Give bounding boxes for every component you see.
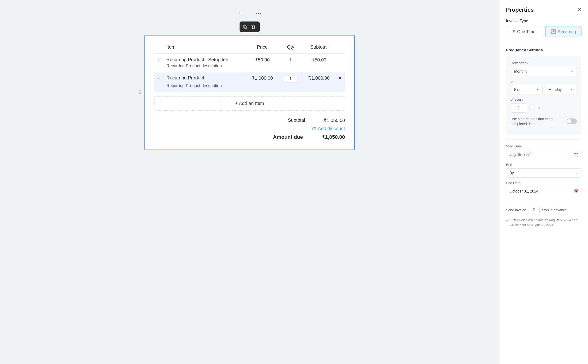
dollar-icon: $ xyxy=(513,29,515,34)
frequency-section-title: Frequency Settings xyxy=(506,48,581,52)
properties-panel: Properties ✕ Invoice Type $ One Time 🔄 R… xyxy=(499,0,588,364)
item-name: Recurring Product xyxy=(163,72,246,84)
toggle-row: Use start date as document completed dat… xyxy=(511,116,577,126)
subtotal-value: ₹1,050.00 xyxy=(324,117,345,123)
item-qty[interactable]: 1 xyxy=(279,54,303,64)
subtotal-label: Subtotal xyxy=(288,117,305,123)
recurring-icon: 🔄 xyxy=(551,29,556,34)
toggle-label: Use start date as document completed dat… xyxy=(511,116,567,126)
add-discount-label: Add discount xyxy=(318,126,345,131)
of-every-row: month xyxy=(511,103,577,113)
send-invoice-label: Send invoice xyxy=(506,208,526,212)
item-price: ₹1,000.00 xyxy=(246,72,279,84)
item-remove xyxy=(335,54,345,64)
info-dot-icon: ● xyxy=(506,218,508,223)
table-row[interactable]: ✓ Recurring Product ₹1,000.00 ₹1,000.00 … xyxy=(154,72,345,84)
item-description: Recurring Product description xyxy=(163,83,335,91)
end-select[interactable]: By After Never xyxy=(506,169,581,178)
of-every-label: of every xyxy=(511,98,577,101)
calendar-icon: 📅 xyxy=(574,153,579,157)
add-block-icon[interactable]: + xyxy=(238,9,242,17)
recurring-button[interactable]: 🔄 Recurring xyxy=(545,26,582,37)
items-table: Item Price Qty Subtotal ✓ Recurring Prod… xyxy=(154,43,345,91)
item-check[interactable]: ✓ xyxy=(154,72,163,84)
end-label: End xyxy=(506,162,581,167)
how-often-label: How often? xyxy=(511,61,577,65)
end-date-label: End Date xyxy=(506,181,581,185)
of-every-input[interactable] xyxy=(511,103,527,113)
drag-handle[interactable]: ⠿ xyxy=(138,90,142,95)
amount-due-row: Amount due ₹1,050.00 xyxy=(273,134,345,140)
item-description: Recurring Product description xyxy=(163,64,335,72)
add-item-button[interactable]: + Add an Item xyxy=(154,96,345,110)
table-header-row: Item Price Qty Subtotal xyxy=(154,43,345,54)
item-qty[interactable] xyxy=(279,72,303,84)
frequency-box: How often? Monthly Weekly Daily Yearly o… xyxy=(506,56,581,135)
invoice-block: ⠿ Item Price Qty Subtotal ✓ Recurring Pr… xyxy=(144,35,355,150)
of-every-unit: month xyxy=(529,106,540,110)
more-options-icon[interactable]: ··· xyxy=(256,9,261,17)
amount-due-label: Amount due xyxy=(273,134,303,140)
item-price: ₹50.00 xyxy=(246,54,279,64)
add-discount-button[interactable]: 🏷 Add discount xyxy=(312,126,345,131)
action-col-header xyxy=(335,43,345,54)
end-date-wrap: 📅 xyxy=(506,187,581,196)
recurring-label: Recurring xyxy=(558,29,576,34)
remove-item-button[interactable]: ✕ xyxy=(335,72,345,84)
price-col-header: Price xyxy=(246,43,279,54)
one-time-label: One Time xyxy=(517,29,536,34)
qty-col-header: Qty xyxy=(279,43,303,54)
separator-3 xyxy=(506,201,581,201)
close-panel-button[interactable]: ✕ xyxy=(577,7,581,13)
qty-input[interactable] xyxy=(284,75,298,83)
check-col-header xyxy=(154,43,163,54)
first-select[interactable]: First Second Third Fourth Last xyxy=(511,85,543,94)
item-subtotal: ₹1,000.00 xyxy=(303,72,335,84)
item-col-header: Item xyxy=(163,43,246,54)
totals-section: Subtotal ₹1,050.00 🏷 Add discount Amount… xyxy=(154,117,345,140)
info-note: ● First invoice will be due on August 5,… xyxy=(506,218,581,228)
copy-block-icon[interactable]: ⧉ xyxy=(243,24,247,30)
item-description-row: Recurring Product description xyxy=(154,64,345,72)
subtotal-col-header: Subtotal xyxy=(303,43,335,54)
toggle-switch[interactable] xyxy=(567,118,577,124)
inline-selects: First Second Third Fourth Last Monday Tu… xyxy=(511,85,577,94)
send-invoice-unit: days in advance xyxy=(542,208,567,212)
item-name: Recurring Product - Setup fee xyxy=(163,54,246,64)
item-description-row: Recurring Product description xyxy=(154,83,345,91)
discount-icon: 🏷 xyxy=(312,126,316,131)
delete-block-icon[interactable]: 🗑 xyxy=(251,24,256,30)
on-label: on xyxy=(511,79,577,83)
send-invoice-row: Send invoice days in advance xyxy=(506,206,581,214)
block-toolbar: ⧉ 🗑 xyxy=(240,21,260,32)
end-date-input[interactable] xyxy=(506,187,581,196)
amount-due-value: ₹1,050.00 xyxy=(322,134,345,140)
table-row[interactable]: ✓ Recurring Product - Setup fee ₹50.00 1… xyxy=(154,54,345,64)
separator-2 xyxy=(506,139,581,139)
send-invoice-input[interactable] xyxy=(528,206,540,214)
frequency-select[interactable]: Monthly Weekly Daily Yearly xyxy=(511,67,577,76)
start-date-label: Start Date xyxy=(506,144,581,148)
one-time-button[interactable]: $ One Time xyxy=(506,26,542,37)
invoice-type-label: Invoice Type xyxy=(506,19,581,23)
panel-header: Properties ✕ xyxy=(506,6,581,13)
start-date-input[interactable] xyxy=(506,150,581,159)
calendar-icon-2: 📅 xyxy=(574,189,579,194)
item-subtotal: ₹50.00 xyxy=(303,54,335,64)
info-note-text: First invoice will be due on August 5, 2… xyxy=(510,218,581,228)
canvas-toolbar: + ··· xyxy=(238,9,261,17)
separator xyxy=(506,43,581,43)
canvas-area: + ··· ⧉ 🗑 ⠿ Item Price Qty Subtotal xyxy=(0,0,499,364)
start-date-wrap: 📅 xyxy=(506,150,581,159)
panel-title: Properties xyxy=(506,6,534,13)
invoice-type-buttons: $ One Time 🔄 Recurring xyxy=(506,26,581,37)
item-check[interactable]: ✓ xyxy=(154,54,163,64)
subtotal-row: Subtotal ₹1,050.00 xyxy=(288,117,345,123)
day-select[interactable]: Monday Tuesday Wednesday Thursday Friday… xyxy=(545,85,577,94)
